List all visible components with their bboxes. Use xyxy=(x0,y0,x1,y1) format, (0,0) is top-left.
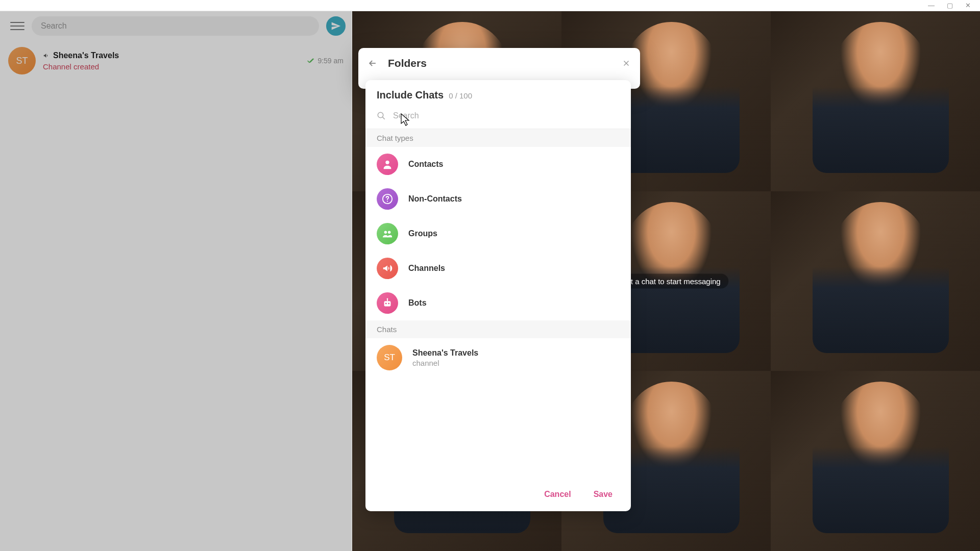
svg-point-5 xyxy=(388,231,391,234)
cancel-button[interactable]: Cancel xyxy=(540,487,575,502)
include-chat-item[interactable]: STSheena's Travelschannel xyxy=(365,338,631,377)
chat-type-non-contacts[interactable]: Non-Contacts xyxy=(365,182,631,216)
chat-type-label: Groups xyxy=(408,229,437,238)
window-title-bar: — ▢ ✕ xyxy=(0,0,980,11)
window-minimize[interactable]: — xyxy=(928,2,935,9)
chat-type-groups[interactable]: Groups xyxy=(365,216,631,251)
section-chat-types: Chat types xyxy=(365,129,631,147)
svg-point-3 xyxy=(387,201,388,202)
question-icon xyxy=(377,188,398,210)
svg-point-8 xyxy=(388,303,389,305)
svg-point-4 xyxy=(384,231,387,234)
person-icon xyxy=(377,154,398,175)
chat-sub: channel xyxy=(412,359,478,367)
chat-type-channels[interactable]: Channels xyxy=(365,251,631,286)
group-icon xyxy=(377,223,398,244)
chat-type-label: Non-Contacts xyxy=(408,194,462,204)
svg-point-7 xyxy=(385,303,387,305)
section-chats: Chats xyxy=(365,320,631,338)
include-count: 0 / 100 xyxy=(449,91,472,100)
svg-point-0 xyxy=(378,112,383,118)
avatar: ST xyxy=(377,345,402,370)
back-arrow-icon[interactable] xyxy=(368,58,378,68)
chat-type-contacts[interactable]: Contacts xyxy=(365,147,631,182)
window-close[interactable]: ✕ xyxy=(965,2,971,9)
svg-rect-6 xyxy=(384,301,391,306)
megaphone-icon xyxy=(377,258,398,279)
chat-type-label: Channels xyxy=(408,264,445,273)
close-icon[interactable] xyxy=(622,59,631,68)
bot-icon xyxy=(377,292,398,314)
chat-type-bots[interactable]: Bots xyxy=(365,286,631,320)
sidebar-dim-overlay xyxy=(0,11,352,551)
svg-point-9 xyxy=(387,298,388,299)
chat-type-label: Bots xyxy=(408,298,427,308)
save-button[interactable]: Save xyxy=(590,487,617,502)
search-icon xyxy=(377,111,386,120)
include-chats-modal: Include Chats 0 / 100 Chat types Contact… xyxy=(365,80,631,511)
chat-type-label: Contacts xyxy=(408,160,443,169)
chat-name: Sheena's Travels xyxy=(412,348,478,358)
include-search-input[interactable] xyxy=(393,111,620,120)
svg-point-1 xyxy=(385,161,389,164)
chat-sidebar: Search ST Sheena's Travels Channel creat… xyxy=(0,11,352,551)
window-maximize[interactable]: ▢ xyxy=(947,2,953,9)
include-modal-title: Include Chats xyxy=(377,89,444,101)
folders-modal-title: Folders xyxy=(388,57,611,69)
